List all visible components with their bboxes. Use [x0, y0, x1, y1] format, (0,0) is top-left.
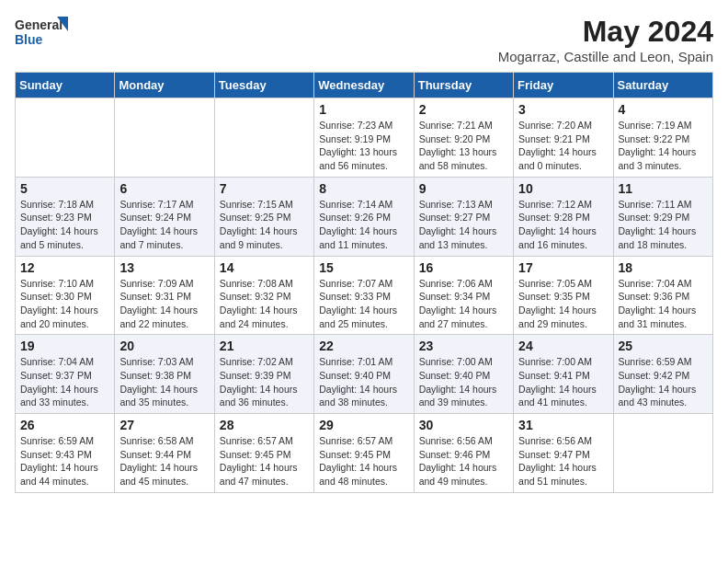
- day-cell: 23Sunrise: 7:00 AM Sunset: 9:40 PM Dayli…: [414, 335, 513, 414]
- week-row-3: 12Sunrise: 7:10 AM Sunset: 9:30 PM Dayli…: [16, 256, 713, 335]
- day-number: 19: [20, 339, 109, 353]
- day-number: 9: [419, 181, 508, 196]
- header: GeneralBlue May 2024 Mogarraz, Castille …: [15, 15, 713, 64]
- day-cell: 25Sunrise: 6:59 AM Sunset: 9:42 PM Dayli…: [613, 335, 712, 414]
- day-number: 18: [619, 260, 708, 275]
- day-cell: 15Sunrise: 7:07 AM Sunset: 9:33 PM Dayli…: [314, 256, 414, 335]
- day-info: Sunrise: 7:07 AM Sunset: 9:33 PM Dayligh…: [319, 277, 408, 331]
- col-header-thursday: Thursday: [414, 73, 513, 98]
- day-info: Sunrise: 7:04 AM Sunset: 9:37 PM Dayligh…: [20, 355, 109, 409]
- day-cell: 17Sunrise: 7:05 AM Sunset: 9:35 PM Dayli…: [514, 256, 613, 335]
- header-row: SundayMondayTuesdayWednesdayThursdayFrid…: [16, 73, 713, 98]
- day-number: 16: [419, 260, 508, 275]
- day-number: 3: [518, 102, 608, 117]
- col-header-tuesday: Tuesday: [214, 73, 313, 98]
- day-cell: 29Sunrise: 6:57 AM Sunset: 9:45 PM Dayli…: [314, 414, 414, 493]
- day-info: Sunrise: 7:02 AM Sunset: 9:39 PM Dayligh…: [220, 355, 309, 409]
- day-cell: 2Sunrise: 7:21 AM Sunset: 9:20 PM Daylig…: [414, 98, 513, 178]
- day-number: 20: [119, 339, 209, 353]
- day-number: 30: [419, 418, 508, 432]
- subtitle: Mogarraz, Castille and Leon, Spain: [498, 49, 713, 64]
- day-cell: 12Sunrise: 7:10 AM Sunset: 9:30 PM Dayli…: [16, 256, 115, 335]
- day-info: Sunrise: 6:57 AM Sunset: 9:45 PM Dayligh…: [220, 434, 309, 488]
- day-cell: 6Sunrise: 7:17 AM Sunset: 9:24 PM Daylig…: [115, 177, 214, 256]
- day-cell: 13Sunrise: 7:09 AM Sunset: 9:31 PM Dayli…: [115, 256, 214, 335]
- day-info: Sunrise: 7:03 AM Sunset: 9:38 PM Dayligh…: [119, 355, 209, 409]
- day-info: Sunrise: 6:57 AM Sunset: 9:45 PM Dayligh…: [319, 434, 408, 488]
- day-cell: 24Sunrise: 7:00 AM Sunset: 9:41 PM Dayli…: [514, 335, 613, 414]
- day-cell: [115, 98, 214, 178]
- day-info: Sunrise: 7:18 AM Sunset: 9:23 PM Dayligh…: [20, 198, 109, 252]
- day-number: 10: [518, 181, 608, 196]
- day-cell: 1Sunrise: 7:23 AM Sunset: 9:19 PM Daylig…: [314, 98, 414, 178]
- day-number: 28: [220, 418, 309, 432]
- day-number: 22: [319, 339, 408, 353]
- day-number: 11: [619, 181, 708, 196]
- day-cell: 26Sunrise: 6:59 AM Sunset: 9:43 PM Dayli…: [16, 414, 115, 493]
- day-info: Sunrise: 7:19 AM Sunset: 9:22 PM Dayligh…: [619, 119, 708, 173]
- day-cell: 8Sunrise: 7:14 AM Sunset: 9:26 PM Daylig…: [314, 177, 414, 256]
- day-number: 5: [20, 181, 109, 196]
- day-number: 31: [518, 418, 608, 432]
- day-info: Sunrise: 7:20 AM Sunset: 9:21 PM Dayligh…: [518, 119, 608, 173]
- day-info: Sunrise: 7:05 AM Sunset: 9:35 PM Dayligh…: [518, 277, 608, 331]
- day-info: Sunrise: 7:23 AM Sunset: 9:19 PM Dayligh…: [319, 119, 408, 173]
- day-cell: 14Sunrise: 7:08 AM Sunset: 9:32 PM Dayli…: [214, 256, 313, 335]
- day-number: 23: [419, 339, 508, 353]
- day-number: 24: [518, 339, 608, 353]
- day-info: Sunrise: 7:12 AM Sunset: 9:28 PM Dayligh…: [518, 198, 608, 252]
- day-number: 2: [419, 102, 508, 117]
- day-number: 7: [220, 181, 309, 196]
- col-header-saturday: Saturday: [613, 73, 712, 98]
- day-number: 14: [220, 260, 309, 275]
- day-number: 1: [319, 102, 408, 117]
- day-cell: 11Sunrise: 7:11 AM Sunset: 9:29 PM Dayli…: [613, 177, 712, 256]
- day-info: Sunrise: 6:59 AM Sunset: 9:43 PM Dayligh…: [20, 434, 109, 488]
- day-info: Sunrise: 7:01 AM Sunset: 9:40 PM Dayligh…: [319, 355, 408, 409]
- day-cell: 4Sunrise: 7:19 AM Sunset: 9:22 PM Daylig…: [613, 98, 712, 178]
- day-info: Sunrise: 6:56 AM Sunset: 9:46 PM Dayligh…: [419, 434, 508, 488]
- day-number: 26: [20, 418, 109, 432]
- day-info: Sunrise: 6:56 AM Sunset: 9:47 PM Dayligh…: [518, 434, 608, 488]
- day-info: Sunrise: 7:11 AM Sunset: 9:29 PM Dayligh…: [619, 198, 708, 252]
- day-info: Sunrise: 7:21 AM Sunset: 9:20 PM Dayligh…: [419, 119, 508, 173]
- col-header-friday: Friday: [514, 73, 613, 98]
- day-cell: 18Sunrise: 7:04 AM Sunset: 9:36 PM Dayli…: [613, 256, 712, 335]
- day-cell: 7Sunrise: 7:15 AM Sunset: 9:25 PM Daylig…: [214, 177, 313, 256]
- day-info: Sunrise: 7:00 AM Sunset: 9:41 PM Dayligh…: [518, 355, 608, 409]
- day-number: 21: [220, 339, 309, 353]
- day-cell: 5Sunrise: 7:18 AM Sunset: 9:23 PM Daylig…: [16, 177, 115, 256]
- day-info: Sunrise: 7:00 AM Sunset: 9:40 PM Dayligh…: [419, 355, 508, 409]
- col-header-sunday: Sunday: [16, 73, 115, 98]
- day-cell: [16, 98, 115, 178]
- day-cell: [214, 98, 313, 178]
- svg-text:Blue: Blue: [15, 32, 43, 47]
- day-info: Sunrise: 7:14 AM Sunset: 9:26 PM Dayligh…: [319, 198, 408, 252]
- day-cell: 28Sunrise: 6:57 AM Sunset: 9:45 PM Dayli…: [214, 414, 313, 493]
- col-header-monday: Monday: [115, 73, 214, 98]
- day-cell: 20Sunrise: 7:03 AM Sunset: 9:38 PM Dayli…: [115, 335, 214, 414]
- day-info: Sunrise: 7:08 AM Sunset: 9:32 PM Dayligh…: [220, 277, 309, 331]
- col-header-wednesday: Wednesday: [314, 73, 414, 98]
- day-info: Sunrise: 7:15 AM Sunset: 9:25 PM Dayligh…: [220, 198, 309, 252]
- week-row-2: 5Sunrise: 7:18 AM Sunset: 9:23 PM Daylig…: [16, 177, 713, 256]
- calendar-table: SundayMondayTuesdayWednesdayThursdayFrid…: [15, 72, 713, 493]
- day-number: 27: [119, 418, 209, 432]
- day-number: 8: [319, 181, 408, 196]
- day-number: 29: [319, 418, 408, 432]
- day-info: Sunrise: 6:58 AM Sunset: 9:44 PM Dayligh…: [119, 434, 209, 488]
- day-cell: 3Sunrise: 7:20 AM Sunset: 9:21 PM Daylig…: [514, 98, 613, 178]
- day-cell: 27Sunrise: 6:58 AM Sunset: 9:44 PM Dayli…: [115, 414, 214, 493]
- day-cell: 19Sunrise: 7:04 AM Sunset: 9:37 PM Dayli…: [16, 335, 115, 414]
- week-row-1: 1Sunrise: 7:23 AM Sunset: 9:19 PM Daylig…: [16, 98, 713, 178]
- day-number: 25: [619, 339, 708, 353]
- day-number: 4: [619, 102, 708, 117]
- day-cell: 10Sunrise: 7:12 AM Sunset: 9:28 PM Dayli…: [514, 177, 613, 256]
- main-title: May 2024: [498, 15, 713, 49]
- logo-icon: GeneralBlue: [15, 15, 70, 48]
- day-info: Sunrise: 7:06 AM Sunset: 9:34 PM Dayligh…: [419, 277, 508, 331]
- svg-text:General: General: [15, 17, 63, 32]
- day-number: 13: [119, 260, 209, 275]
- day-info: Sunrise: 7:13 AM Sunset: 9:27 PM Dayligh…: [419, 198, 508, 252]
- day-cell: 22Sunrise: 7:01 AM Sunset: 9:40 PM Dayli…: [314, 335, 414, 414]
